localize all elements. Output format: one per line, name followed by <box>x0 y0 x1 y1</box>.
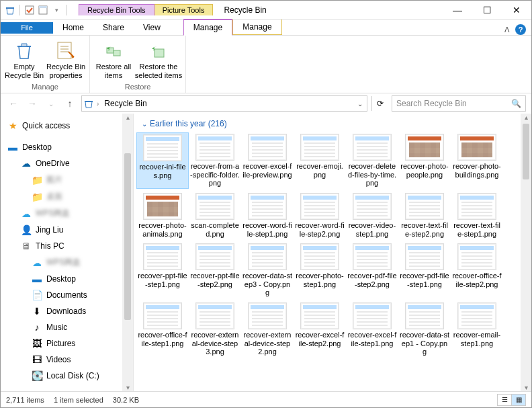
tab-manage-picture[interactable]: Manage <box>232 19 281 35</box>
file-item[interactable]: recover-from-a-specific-folder.png <box>189 132 241 189</box>
nav-pc-videos[interactable]: 🎞Videos <box>5 352 133 368</box>
nav-pc-downloads[interactable]: ⬇Downloads <box>5 303 133 319</box>
file-label: recover-excel-file-preview.png <box>242 162 292 179</box>
file-item[interactable]: recover-text-file-step2.png <box>398 192 451 239</box>
star-icon: ★ <box>7 120 18 131</box>
nav-user[interactable]: 👤Jing Liu <box>5 222 133 238</box>
nav-pc-localc[interactable]: 💽Local Disk (C:) <box>5 368 133 384</box>
restore-all-button[interactable]: Restore all items <box>93 37 134 79</box>
file-item[interactable]: recover-office-file-step2.png <box>451 242 503 298</box>
tab-manage-recyclebin[interactable]: Manage <box>183 19 232 36</box>
view-icons-button[interactable]: ▦ <box>511 394 526 406</box>
breadcrumb[interactable]: Recycle Bin <box>101 99 149 108</box>
recycle-bin-properties-button[interactable]: Recycle Bin properties <box>45 37 87 79</box>
content-scrollbar[interactable]: ▴▾ <box>521 114 531 391</box>
file-item[interactable]: recover-external-device-step3.png <box>189 301 241 358</box>
group-header[interactable]: ⌄ Earlier this year (216) <box>134 114 531 131</box>
nav-wps[interactable]: ☁WPS网盘 <box>5 205 133 222</box>
file-item[interactable]: scan-completed.png <box>189 192 241 239</box>
file-item[interactable]: recover-word-file-step1.png <box>241 192 294 239</box>
file-label: recover-office-file-step1.png <box>138 331 187 348</box>
minimize-button[interactable]: — <box>443 1 472 19</box>
nav-onedrive[interactable]: ☁OneDrive <box>5 155 133 171</box>
nav-recent-dropdown[interactable]: ⌄ <box>44 96 58 111</box>
nav-wps2[interactable]: ☁WPS网盘 <box>5 254 133 271</box>
search-placeholder: Search Recycle Bin <box>396 99 467 108</box>
nav-back-button[interactable]: ← <box>6 96 21 111</box>
file-item[interactable]: recover-pdf-file-step1.png <box>398 242 451 298</box>
file-item[interactable]: recover-data-step3 - Copy.png <box>241 242 294 298</box>
file-item[interactable]: recover-photo-step1.png <box>294 242 346 298</box>
close-button[interactable]: ✕ <box>502 1 531 19</box>
nav-folder-2[interactable]: 📁桌面 <box>5 188 133 205</box>
address-dropdown-icon[interactable]: ⌄ <box>355 100 365 108</box>
tab-view[interactable]: View <box>134 20 170 35</box>
file-label: recover-video-step1.png <box>347 221 397 238</box>
nav-pc-music[interactable]: ♪Music <box>5 319 133 335</box>
file-item[interactable]: recover-office-file-step1.png <box>136 301 189 358</box>
file-item[interactable]: recover-external-device-step2.png <box>241 301 294 358</box>
restore-selected-button[interactable]: Restore the selected items <box>134 37 183 79</box>
tab-share[interactable]: Share <box>93 20 134 35</box>
file-label: recover-photo-step1.png <box>295 272 345 288</box>
nav-quick-access[interactable]: ★Quick access <box>5 118 133 134</box>
file-item[interactable]: recover-excel-file-step2.png <box>294 301 346 358</box>
file-label: recover-from-a-specific-folder.png <box>190 162 240 188</box>
view-details-button[interactable]: ☰ <box>497 394 512 406</box>
nav-desktop[interactable]: ▬Desktop <box>5 139 133 155</box>
file-item[interactable]: recover-pdf-file-step2.png <box>346 242 398 298</box>
help-icon[interactable]: ? <box>515 24 526 35</box>
nav-forward-button[interactable]: → <box>25 96 40 111</box>
navigation-pane: ★Quick access ▬Desktop ☁OneDrive 📁图片 📁桌面… <box>1 114 134 391</box>
cloud-icon: ☁ <box>21 158 32 169</box>
file-item[interactable]: recover-ini-files.png <box>136 132 189 189</box>
empty-recycle-bin-button[interactable]: Empty Recycle Bin <box>3 37 45 79</box>
downloads-icon: ⬇ <box>32 306 42 317</box>
nav-pc-desktop[interactable]: ▬Desktop <box>5 271 133 287</box>
nav-this-pc[interactable]: 🖥This PC <box>5 238 133 254</box>
file-item[interactable]: recover-email-step1.png <box>451 301 503 358</box>
refresh-button[interactable]: ⟳ <box>371 96 388 111</box>
quick-access-toolbar: ▾ <box>1 5 72 15</box>
desktop-icon: ▬ <box>7 142 18 153</box>
file-thumbnail <box>300 193 339 220</box>
file-item[interactable]: recover-ppt-file-step1.png <box>136 242 189 298</box>
file-item[interactable]: recover-excel-file-preview.png <box>241 132 294 189</box>
file-item[interactable]: recover-photo-people.png <box>398 132 451 189</box>
nav-up-button[interactable]: ↑ <box>62 96 77 111</box>
file-item[interactable]: recover-emoji.png <box>294 132 346 189</box>
search-input[interactable]: Search Recycle Bin 🔍 <box>392 95 526 112</box>
contextual-tabs: Recycle Bin Tools Picture Tools <box>79 4 213 15</box>
file-item[interactable]: recover-photo-buildings.png <box>451 132 503 189</box>
folder-icon: 📁 <box>32 175 42 186</box>
tab-home[interactable]: Home <box>53 20 93 35</box>
file-item[interactable]: recover-excel-file-step1.png <box>346 301 398 358</box>
search-icon: 🔍 <box>511 99 521 108</box>
file-item[interactable]: recover-text-file-step1.png <box>451 192 503 239</box>
file-thumbnail <box>353 134 392 161</box>
file-label: recover-pdf-file-step2.png <box>347 272 397 288</box>
ribbon: Empty Recycle Bin Recycle Bin properties… <box>1 36 531 93</box>
ribbon-collapse-icon[interactable]: ᐱ <box>504 26 510 34</box>
nav-folder-1[interactable]: 📁图片 <box>5 171 133 188</box>
qat-checkbox-icon[interactable] <box>24 5 35 15</box>
file-item[interactable]: recover-photo-animals.png <box>136 192 189 239</box>
qat-dropdown-icon[interactable]: ▾ <box>51 5 62 15</box>
chevron-right-icon[interactable]: › <box>97 100 99 108</box>
maximize-button[interactable]: ☐ <box>472 1 502 19</box>
file-item[interactable]: recover-deleted-files-by-time.png <box>346 132 398 189</box>
file-item[interactable]: recover-video-step1.png <box>346 192 398 239</box>
qat-properties-icon[interactable] <box>38 5 48 15</box>
file-item[interactable]: recover-data-step1 - Copy.png <box>398 301 451 358</box>
tab-file[interactable]: File <box>1 22 53 34</box>
file-thumbnail <box>143 302 182 329</box>
nav-pc-pictures[interactable]: 🖼Pictures <box>5 335 133 352</box>
ctx-tab-picture[interactable]: Picture Tools <box>154 4 214 15</box>
address-bar[interactable]: › Recycle Bin ⌄ <box>81 95 367 112</box>
nav-pc-documents[interactable]: 📄Documents <box>5 287 133 303</box>
file-item[interactable]: recover-ppt-file-step2.png <box>189 242 241 298</box>
ctx-tab-recycle-bin[interactable]: Recycle Bin Tools <box>79 4 154 15</box>
nav-scrollbar[interactable]: ▴▾ <box>122 114 133 391</box>
file-item[interactable]: recover-word-file-step2.png <box>294 192 346 239</box>
file-thumbnail <box>405 243 444 270</box>
